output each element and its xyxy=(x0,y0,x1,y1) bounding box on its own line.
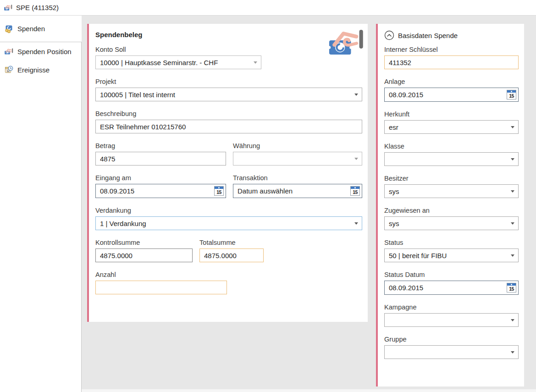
field-label: Projekt xyxy=(95,78,362,85)
field-label: Anlage xyxy=(384,78,519,85)
besitzer-select[interactable]: sys xyxy=(384,184,519,198)
herkunft-select[interactable]: esr xyxy=(384,120,519,134)
waehrung-select[interactable] xyxy=(233,152,362,166)
calendar-icon[interactable]: 15 xyxy=(214,186,224,196)
chevron-down-icon xyxy=(354,94,358,96)
chevron-down-icon xyxy=(354,222,358,225)
anzahl-input[interactable] xyxy=(95,281,227,294)
besitzer-field: Besitzer sys xyxy=(384,175,519,198)
panel-title: Spendenbeleg xyxy=(95,31,362,39)
anlage-field: Anlage 08.09.2015 15 xyxy=(384,78,519,102)
field-label: Verdankung xyxy=(95,207,362,214)
verdankung-select[interactable]: 1 | Verdankung xyxy=(95,216,362,230)
field-label: Kampagne xyxy=(384,304,519,311)
chevron-down-icon xyxy=(511,222,514,225)
content-area: Spendenbeleg Konto Soll 10000 | Hauptkas… xyxy=(82,16,536,392)
eingang-am-field: Eingang am 08.09.2015 15 xyxy=(95,174,226,198)
chevron-down-icon xyxy=(511,319,514,321)
gruppe-select[interactable] xyxy=(384,345,519,359)
status-select[interactable]: 50 | bereit für FIBU xyxy=(384,248,519,262)
field-label: Beschreibung xyxy=(95,110,362,117)
kampagne-select[interactable] xyxy=(384,313,519,327)
sidebar-item-label: Ereignisse xyxy=(17,66,50,74)
field-label: Betrag xyxy=(95,142,226,149)
donation-hand-banknote-icon xyxy=(326,28,365,59)
anlage-datepicker[interactable]: 08.09.2015 15 xyxy=(384,88,519,102)
field-label: Zugewiesen an xyxy=(384,207,519,214)
kontrollsumme-field: Kontrollsumme 4875.0000 xyxy=(95,239,193,262)
sidebar-item-spenden[interactable]: Spenden xyxy=(0,16,82,42)
events-calendar-icon: 12 xyxy=(4,65,13,74)
interner-schluessel-field: Interner Schlüssel 411352 xyxy=(384,46,519,69)
field-label: Herkunft xyxy=(384,110,519,118)
window-title: SPE (411352) xyxy=(16,4,59,11)
verdankung-field: Verdankung 1 | Verdankung xyxy=(95,207,362,230)
field-label: Anzahl xyxy=(95,271,227,278)
transaktion-field: Transaktion Datum auswählen 15 xyxy=(233,174,362,198)
section-title: Basisdaten Spende xyxy=(398,32,458,39)
window-titlebar: SPE (411352) xyxy=(0,0,536,16)
projekt-field: Projekt 100005 | Titel test internt xyxy=(95,78,362,101)
sidebar-item-spenden-position[interactable]: Spenden Position xyxy=(0,42,82,61)
collapse-section-button[interactable] xyxy=(384,30,394,40)
totalsumme-input[interactable]: 4875.0000 xyxy=(199,248,264,262)
herkunft-field: Herkunft esr xyxy=(384,110,519,134)
chevron-down-icon xyxy=(511,126,514,128)
basisdaten-panel: Basisdaten Spende Interner Schlüssel 411… xyxy=(376,24,524,386)
sidebar-item-label: Spenden Position xyxy=(17,48,72,55)
betrag-input[interactable]: 4875 xyxy=(95,152,226,166)
zugewiesen-an-field: Zugewiesen an sys xyxy=(384,207,519,230)
sidebar-item-ereignisse[interactable]: 12 Ereignisse xyxy=(0,61,82,79)
beschreibung-field: Beschreibung ESR Teilnehmer 010215760 xyxy=(95,110,362,133)
beschreibung-input[interactable]: ESR Teilnehmer 010215760 xyxy=(95,120,362,133)
interner-schluessel-input[interactable]: 411352 xyxy=(384,55,519,69)
field-label: Interner Schlüssel xyxy=(384,46,519,53)
spendenbeleg-panel: Spendenbeleg Konto Soll 10000 | Hauptkas… xyxy=(87,24,368,322)
chevron-down-icon xyxy=(511,158,514,160)
sidebar-item-label: Spenden xyxy=(17,25,45,33)
eingang-am-datepicker[interactable]: 08.09.2015 15 xyxy=(95,184,226,198)
konto-soll-field: Konto Soll 10000 | Hauptkasse Seminarstr… xyxy=(95,46,362,69)
field-label: Totalsumme xyxy=(199,239,264,246)
calendar-icon[interactable]: 15 xyxy=(507,90,516,99)
gruppe-field: Gruppe xyxy=(384,336,519,359)
totalsumme-field: Totalsumme 4875.0000 xyxy=(199,239,264,262)
donations-icon xyxy=(4,24,13,33)
status-field: Status 50 | bereit für FIBU xyxy=(384,239,519,262)
projekt-select[interactable]: 100005 | Titel test internt xyxy=(95,88,362,101)
field-label: Klasse xyxy=(384,143,519,150)
bottom-scroll-area[interactable] xyxy=(82,389,536,392)
field-label: Status xyxy=(384,239,519,246)
betrag-field: Betrag 4875 xyxy=(95,142,226,166)
field-label: Status Datum xyxy=(384,271,519,278)
donation-app-icon xyxy=(4,4,12,11)
field-label: Transaktion xyxy=(233,174,362,182)
waehrung-field: Währung xyxy=(233,142,362,166)
chevron-down-icon xyxy=(354,158,358,160)
kontrollsumme-input[interactable]: 4875.0000 xyxy=(95,248,193,262)
sidebar: Spenden Spenden Position 1 xyxy=(0,16,82,392)
chevron-down-icon xyxy=(511,254,514,257)
konto-soll-select[interactable]: 10000 | Hauptkasse Seminarstr. - CHF xyxy=(95,55,261,69)
field-label: Besitzer xyxy=(384,175,519,182)
chevron-down-icon xyxy=(511,190,514,193)
chevron-down-icon xyxy=(511,351,514,353)
zugewiesen-an-select[interactable]: sys xyxy=(384,216,519,230)
status-datum-datepicker[interactable]: 08.09.2015 15 xyxy=(384,281,519,295)
transaktion-datepicker[interactable]: Datum auswählen 15 xyxy=(233,184,362,198)
calendar-icon[interactable]: 15 xyxy=(507,283,516,293)
field-label: Konto Soll xyxy=(95,46,362,53)
status-datum-field: Status Datum 08.09.2015 15 xyxy=(384,271,519,295)
donation-position-icon xyxy=(4,47,13,56)
anzahl-field: Anzahl xyxy=(95,271,227,294)
chevron-down-icon xyxy=(254,61,257,64)
field-label: Kontrollsumme xyxy=(95,239,193,246)
klasse-select[interactable] xyxy=(384,152,519,166)
field-label: Währung xyxy=(233,142,362,149)
field-label: Gruppe xyxy=(384,336,519,343)
field-label: Eingang am xyxy=(95,174,226,182)
klasse-field: Klasse xyxy=(384,143,519,166)
kampagne-field: Kampagne xyxy=(384,304,519,327)
calendar-icon[interactable]: 15 xyxy=(350,186,360,196)
